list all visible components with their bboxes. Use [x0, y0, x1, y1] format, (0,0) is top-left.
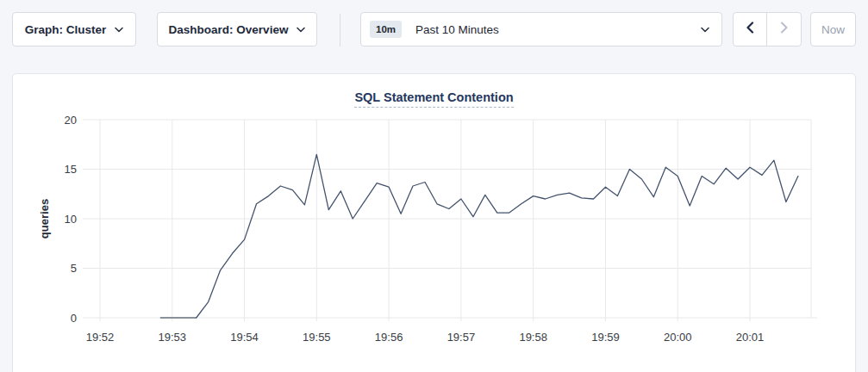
x-axis-tick-label: 19:57 [447, 331, 476, 344]
time-range-label: Past 10 Minutes [415, 23, 499, 36]
chevron-down-icon [115, 27, 123, 33]
toolbar: Graph: Cluster Dashboard: Overview 10m P… [12, 12, 856, 46]
y-axis-tick-label: 0 [71, 312, 77, 325]
x-axis-tick-label: 19:53 [159, 331, 187, 344]
y-axis-tick-label: 5 [71, 262, 77, 275]
time-range-dropdown[interactable]: 10m Past 10 Minutes [360, 12, 722, 46]
dashboard-dropdown-label: Dashboard: Overview [169, 23, 289, 36]
chevron-right-icon [780, 22, 789, 37]
graph-dropdown[interactable]: Graph: Cluster [12, 12, 136, 46]
x-axis-tick-label: 20:01 [736, 331, 765, 344]
x-axis-tick-label: 20:00 [664, 331, 692, 344]
time-range-badge: 10m [370, 21, 402, 38]
x-axis-tick-label: 19:56 [375, 331, 403, 344]
chevron-down-icon [297, 27, 305, 33]
previous-time-button[interactable] [734, 13, 767, 46]
chevron-down-icon [701, 27, 709, 33]
y-axis-tick-label: 20 [65, 114, 77, 127]
toolbar-divider [340, 14, 340, 46]
next-time-button[interactable] [767, 13, 801, 46]
y-axis-tick-label: 15 [65, 163, 77, 176]
x-axis-tick-label: 19:52 [86, 331, 115, 344]
queries-series-line [197, 154, 798, 318]
chevron-left-icon [746, 22, 754, 37]
time-step-controls [733, 12, 802, 46]
chart-title-row: SQL Statement Contention [13, 90, 855, 108]
now-button[interactable]: Now [810, 12, 856, 46]
x-axis-tick-label: 19:55 [303, 331, 331, 344]
y-axis-label: queries [38, 199, 51, 239]
sql-contention-chart-card: 0510152019:5219:5319:5419:5519:5619:5719… [12, 73, 856, 372]
dashboard-dropdown[interactable]: Dashboard: Overview [157, 12, 317, 46]
chart-title[interactable]: SQL Statement Contention [354, 90, 513, 108]
y-axis-tick-label: 10 [65, 213, 77, 226]
x-axis-tick-label: 19:59 [591, 331, 620, 344]
x-axis-tick-label: 19:54 [230, 331, 259, 344]
x-axis-tick-label: 19:58 [519, 331, 547, 344]
contention-chart-svg: 0510152019:5219:5319:5419:5519:5619:5719… [13, 74, 857, 358]
graph-dropdown-label: Graph: Cluster [25, 23, 107, 36]
